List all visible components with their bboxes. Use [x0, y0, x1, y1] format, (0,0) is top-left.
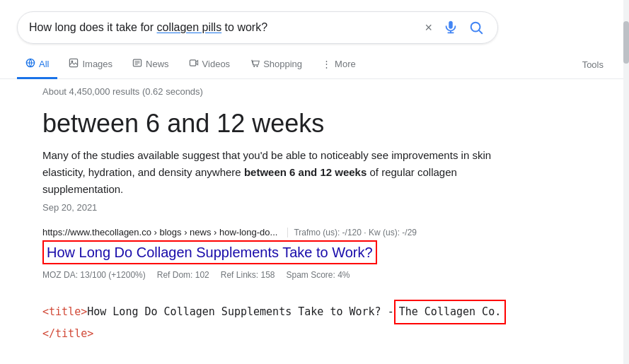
svg-line-2: [479, 30, 482, 33]
result-url-extra: Trafmo (us): -/120 · Kw (us): -/29: [287, 228, 417, 237]
tab-shopping-label: Shopping: [263, 59, 302, 69]
title-tag-text: How Long Do Collagen Supplements Take to…: [87, 303, 393, 322]
meta-ref-links: Ref Links: 158: [221, 270, 275, 280]
tab-images-label: Images: [82, 59, 112, 69]
tab-all-label: All: [39, 59, 49, 69]
tools-button[interactable]: Tools: [574, 52, 612, 77]
description-bold: between 6 and 12 weeks: [244, 166, 367, 178]
images-tab-icon: [69, 58, 79, 70]
clear-icon[interactable]: ×: [422, 20, 435, 35]
query-highlight-text: collagen pills: [157, 21, 222, 33]
meta-ref-dom: Ref Dom: 102: [157, 270, 209, 280]
all-tab-icon: [25, 58, 35, 70]
mic-icon[interactable]: [441, 18, 461, 37]
search-bar-area: How long does it take for collagen pills…: [0, 0, 629, 51]
title-tag-highlight: The Collagen Co.: [394, 300, 507, 324]
svg-point-13: [257, 66, 258, 67]
news-tab-icon: [132, 58, 142, 70]
query-normal-text: How long does it take for: [29, 21, 157, 33]
tab-videos[interactable]: Videos: [180, 51, 239, 79]
tab-videos-label: Videos: [202, 59, 231, 69]
search-query-text: How long does it take for collagen pills…: [29, 21, 416, 34]
scrollbar-thumb[interactable]: [623, 21, 629, 64]
svg-rect-11: [190, 60, 195, 66]
svg-point-12: [253, 66, 255, 67]
result-url-line: https://www.thecollagen.co › blogs › new…: [42, 227, 514, 237]
tab-news[interactable]: News: [124, 51, 178, 79]
more-tab-icon: ⋮: [322, 59, 331, 69]
scrollbar-track: [623, 0, 629, 364]
svg-rect-0: [449, 21, 453, 29]
result-title-wrapper: How Long Do Collagen Supplements Take to…: [42, 240, 514, 267]
meta-spam: Spam Score: 4%: [287, 270, 350, 280]
nav-tabs: All Images News Videos Shopping: [0, 51, 629, 79]
svg-rect-5: [70, 59, 78, 66]
title-close-tag: </title>: [42, 324, 93, 344]
title-open-tag: <title>: [42, 303, 87, 322]
query-end-text: to work?: [221, 21, 267, 33]
videos-tab-icon: [189, 58, 199, 70]
tab-shopping[interactable]: Shopping: [241, 51, 311, 79]
shopping-tab-icon: [250, 58, 260, 70]
tab-news-label: News: [146, 59, 169, 69]
meta-da: MOZ DA: 13/100 (+1200%): [42, 270, 146, 280]
search-box[interactable]: How long does it take for collagen pills…: [17, 11, 498, 44]
search-submit-icon[interactable]: [466, 18, 486, 37]
featured-description: Many of the studies available suggest th…: [42, 147, 514, 198]
result-title-link[interactable]: How Long Do Collagen Supplements Take to…: [42, 240, 377, 264]
result-url-path: https://www.thecollagen.co › blogs › new…: [42, 227, 277, 237]
page-wrapper: How long does it take for collagen pills…: [0, 0, 629, 351]
result-meta: MOZ DA: 13/100 (+1200%) Ref Dom: 102 Ref…: [42, 270, 514, 280]
title-tag-display: <title>How Long Do Collagen Supplements …: [42, 300, 514, 344]
featured-answer: between 6 and 12 weeks: [42, 108, 514, 139]
tab-all[interactable]: All: [17, 51, 57, 79]
tab-more[interactable]: ⋮ More: [313, 52, 364, 78]
results-area: About 4,450,000 results (0.62 seconds) b…: [0, 79, 531, 351]
results-count: About 4,450,000 results (0.62 seconds): [42, 86, 514, 97]
tab-more-label: More: [335, 59, 356, 69]
featured-date: Sep 20, 2021: [42, 202, 514, 213]
tab-images[interactable]: Images: [60, 51, 121, 79]
